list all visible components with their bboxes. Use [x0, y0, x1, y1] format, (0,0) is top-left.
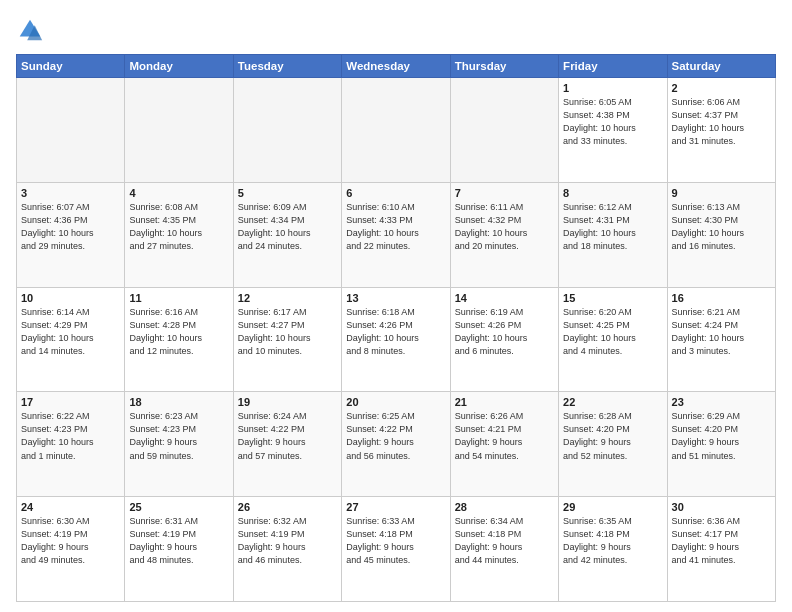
- day-info: Sunrise: 6:32 AM Sunset: 4:19 PM Dayligh…: [238, 515, 337, 567]
- day-number: 20: [346, 396, 445, 408]
- calendar-cell: 23Sunrise: 6:29 AM Sunset: 4:20 PM Dayli…: [667, 392, 775, 497]
- calendar-cell: 29Sunrise: 6:35 AM Sunset: 4:18 PM Dayli…: [559, 497, 667, 602]
- day-number: 8: [563, 187, 662, 199]
- calendar-cell: 1Sunrise: 6:05 AM Sunset: 4:38 PM Daylig…: [559, 78, 667, 183]
- day-number: 2: [672, 82, 771, 94]
- calendar-cell: 2Sunrise: 6:06 AM Sunset: 4:37 PM Daylig…: [667, 78, 775, 183]
- calendar-cell: 30Sunrise: 6:36 AM Sunset: 4:17 PM Dayli…: [667, 497, 775, 602]
- day-info: Sunrise: 6:21 AM Sunset: 4:24 PM Dayligh…: [672, 306, 771, 358]
- calendar-cell: 10Sunrise: 6:14 AM Sunset: 4:29 PM Dayli…: [17, 287, 125, 392]
- day-number: 30: [672, 501, 771, 513]
- logo-icon: [16, 16, 44, 44]
- day-number: 22: [563, 396, 662, 408]
- day-info: Sunrise: 6:28 AM Sunset: 4:20 PM Dayligh…: [563, 410, 662, 462]
- weekday-header: Friday: [559, 55, 667, 78]
- day-number: 11: [129, 292, 228, 304]
- day-info: Sunrise: 6:17 AM Sunset: 4:27 PM Dayligh…: [238, 306, 337, 358]
- calendar-cell: 15Sunrise: 6:20 AM Sunset: 4:25 PM Dayli…: [559, 287, 667, 392]
- day-info: Sunrise: 6:23 AM Sunset: 4:23 PM Dayligh…: [129, 410, 228, 462]
- day-number: 17: [21, 396, 120, 408]
- calendar-cell: 27Sunrise: 6:33 AM Sunset: 4:18 PM Dayli…: [342, 497, 450, 602]
- calendar-cell: 6Sunrise: 6:10 AM Sunset: 4:33 PM Daylig…: [342, 182, 450, 287]
- weekday-header: Saturday: [667, 55, 775, 78]
- day-info: Sunrise: 6:26 AM Sunset: 4:21 PM Dayligh…: [455, 410, 554, 462]
- page: SundayMondayTuesdayWednesdayThursdayFrid…: [0, 0, 792, 612]
- day-number: 19: [238, 396, 337, 408]
- day-number: 3: [21, 187, 120, 199]
- day-info: Sunrise: 6:05 AM Sunset: 4:38 PM Dayligh…: [563, 96, 662, 148]
- header: [16, 16, 776, 44]
- day-info: Sunrise: 6:07 AM Sunset: 4:36 PM Dayligh…: [21, 201, 120, 253]
- weekday-header: Sunday: [17, 55, 125, 78]
- calendar-cell: 18Sunrise: 6:23 AM Sunset: 4:23 PM Dayli…: [125, 392, 233, 497]
- day-info: Sunrise: 6:10 AM Sunset: 4:33 PM Dayligh…: [346, 201, 445, 253]
- calendar-cell: [125, 78, 233, 183]
- calendar-cell: [17, 78, 125, 183]
- calendar-cell: [450, 78, 558, 183]
- day-number: 4: [129, 187, 228, 199]
- calendar-cell: 5Sunrise: 6:09 AM Sunset: 4:34 PM Daylig…: [233, 182, 341, 287]
- day-info: Sunrise: 6:14 AM Sunset: 4:29 PM Dayligh…: [21, 306, 120, 358]
- day-number: 29: [563, 501, 662, 513]
- day-number: 5: [238, 187, 337, 199]
- day-info: Sunrise: 6:30 AM Sunset: 4:19 PM Dayligh…: [21, 515, 120, 567]
- day-number: 9: [672, 187, 771, 199]
- day-info: Sunrise: 6:09 AM Sunset: 4:34 PM Dayligh…: [238, 201, 337, 253]
- day-number: 14: [455, 292, 554, 304]
- day-number: 15: [563, 292, 662, 304]
- weekday-header: Tuesday: [233, 55, 341, 78]
- day-number: 25: [129, 501, 228, 513]
- calendar-cell: 8Sunrise: 6:12 AM Sunset: 4:31 PM Daylig…: [559, 182, 667, 287]
- day-info: Sunrise: 6:29 AM Sunset: 4:20 PM Dayligh…: [672, 410, 771, 462]
- calendar-cell: 22Sunrise: 6:28 AM Sunset: 4:20 PM Dayli…: [559, 392, 667, 497]
- calendar-cell: 14Sunrise: 6:19 AM Sunset: 4:26 PM Dayli…: [450, 287, 558, 392]
- weekday-header: Monday: [125, 55, 233, 78]
- calendar-cell: 20Sunrise: 6:25 AM Sunset: 4:22 PM Dayli…: [342, 392, 450, 497]
- calendar-cell: 28Sunrise: 6:34 AM Sunset: 4:18 PM Dayli…: [450, 497, 558, 602]
- day-info: Sunrise: 6:35 AM Sunset: 4:18 PM Dayligh…: [563, 515, 662, 567]
- logo: [16, 16, 48, 44]
- day-number: 6: [346, 187, 445, 199]
- day-info: Sunrise: 6:06 AM Sunset: 4:37 PM Dayligh…: [672, 96, 771, 148]
- day-number: 12: [238, 292, 337, 304]
- day-info: Sunrise: 6:19 AM Sunset: 4:26 PM Dayligh…: [455, 306, 554, 358]
- day-info: Sunrise: 6:16 AM Sunset: 4:28 PM Dayligh…: [129, 306, 228, 358]
- day-info: Sunrise: 6:20 AM Sunset: 4:25 PM Dayligh…: [563, 306, 662, 358]
- calendar-cell: 9Sunrise: 6:13 AM Sunset: 4:30 PM Daylig…: [667, 182, 775, 287]
- day-info: Sunrise: 6:31 AM Sunset: 4:19 PM Dayligh…: [129, 515, 228, 567]
- calendar-cell: 7Sunrise: 6:11 AM Sunset: 4:32 PM Daylig…: [450, 182, 558, 287]
- weekday-header: Thursday: [450, 55, 558, 78]
- calendar-table: SundayMondayTuesdayWednesdayThursdayFrid…: [16, 54, 776, 602]
- calendar-cell: [233, 78, 341, 183]
- day-info: Sunrise: 6:18 AM Sunset: 4:26 PM Dayligh…: [346, 306, 445, 358]
- calendar-cell: 4Sunrise: 6:08 AM Sunset: 4:35 PM Daylig…: [125, 182, 233, 287]
- day-info: Sunrise: 6:12 AM Sunset: 4:31 PM Dayligh…: [563, 201, 662, 253]
- day-number: 16: [672, 292, 771, 304]
- day-number: 18: [129, 396, 228, 408]
- day-number: 23: [672, 396, 771, 408]
- calendar-cell: 19Sunrise: 6:24 AM Sunset: 4:22 PM Dayli…: [233, 392, 341, 497]
- calendar-cell: 3Sunrise: 6:07 AM Sunset: 4:36 PM Daylig…: [17, 182, 125, 287]
- day-info: Sunrise: 6:25 AM Sunset: 4:22 PM Dayligh…: [346, 410, 445, 462]
- calendar-cell: 12Sunrise: 6:17 AM Sunset: 4:27 PM Dayli…: [233, 287, 341, 392]
- day-number: 26: [238, 501, 337, 513]
- day-info: Sunrise: 6:34 AM Sunset: 4:18 PM Dayligh…: [455, 515, 554, 567]
- day-number: 1: [563, 82, 662, 94]
- calendar-cell: 21Sunrise: 6:26 AM Sunset: 4:21 PM Dayli…: [450, 392, 558, 497]
- day-info: Sunrise: 6:33 AM Sunset: 4:18 PM Dayligh…: [346, 515, 445, 567]
- calendar-cell: 26Sunrise: 6:32 AM Sunset: 4:19 PM Dayli…: [233, 497, 341, 602]
- day-info: Sunrise: 6:11 AM Sunset: 4:32 PM Dayligh…: [455, 201, 554, 253]
- calendar-cell: [342, 78, 450, 183]
- day-number: 24: [21, 501, 120, 513]
- calendar-cell: 11Sunrise: 6:16 AM Sunset: 4:28 PM Dayli…: [125, 287, 233, 392]
- day-info: Sunrise: 6:08 AM Sunset: 4:35 PM Dayligh…: [129, 201, 228, 253]
- day-number: 28: [455, 501, 554, 513]
- weekday-header: Wednesday: [342, 55, 450, 78]
- calendar-cell: 13Sunrise: 6:18 AM Sunset: 4:26 PM Dayli…: [342, 287, 450, 392]
- day-number: 27: [346, 501, 445, 513]
- calendar-cell: 17Sunrise: 6:22 AM Sunset: 4:23 PM Dayli…: [17, 392, 125, 497]
- day-info: Sunrise: 6:24 AM Sunset: 4:22 PM Dayligh…: [238, 410, 337, 462]
- day-number: 7: [455, 187, 554, 199]
- day-info: Sunrise: 6:22 AM Sunset: 4:23 PM Dayligh…: [21, 410, 120, 462]
- day-number: 13: [346, 292, 445, 304]
